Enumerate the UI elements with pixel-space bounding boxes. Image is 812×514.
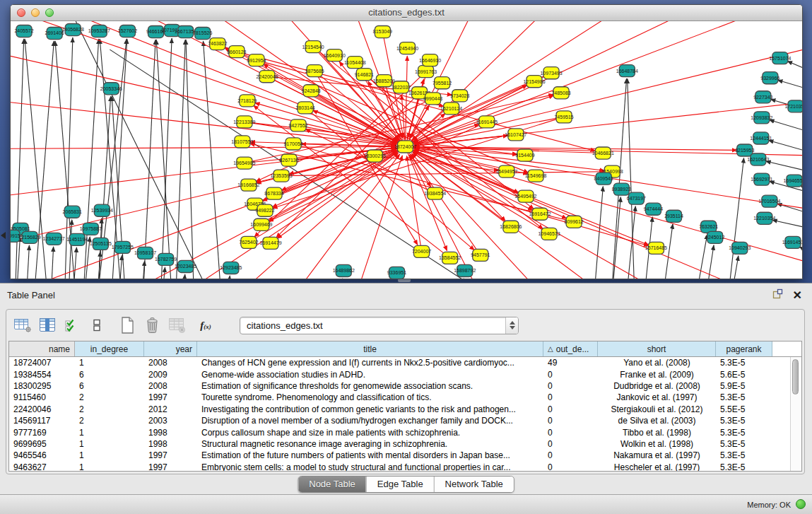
tab-network-table[interactable]: Network Table bbox=[434, 477, 514, 492]
table-cell[interactable]: 2 bbox=[75, 392, 144, 402]
table-cell[interactable]: 0 bbox=[543, 462, 598, 472]
table-cell[interactable]: Estimation of significance thresholds fo… bbox=[197, 381, 543, 391]
table-cell[interactable]: 9699695 bbox=[9, 439, 75, 449]
table-cell[interactable]: Wolkin et al. (1998) bbox=[598, 439, 716, 449]
table-cell[interactable]: 6 bbox=[75, 381, 144, 391]
table-cell[interactable]: 5.5E-5 bbox=[716, 404, 772, 414]
close-button[interactable] bbox=[17, 8, 25, 17]
zoom-button[interactable] bbox=[45, 8, 54, 17]
table-cell[interactable]: 1997 bbox=[144, 450, 197, 460]
table-cell[interactable]: 0 bbox=[543, 370, 598, 380]
table-cell[interactable]: 0 bbox=[543, 404, 598, 414]
table-cell[interactable]: 0 bbox=[543, 381, 598, 391]
table-cell[interactable]: 6 bbox=[75, 370, 144, 380]
row-mode-button[interactable] bbox=[86, 315, 107, 335]
table-cell[interactable]: Yano et al. (2008) bbox=[598, 358, 716, 368]
table-cell[interactable]: 5.9E-5 bbox=[716, 381, 772, 391]
table-row[interactable]: 946362711997Embryonic stem cells: a mode… bbox=[9, 462, 801, 472]
column-header-name[interactable]: name bbox=[9, 341, 75, 356]
table-row[interactable]: 911546021997Tourette syndrome. Phenomeno… bbox=[9, 392, 801, 403]
table-row[interactable]: 2242004622012Investigating the contribut… bbox=[9, 404, 801, 415]
column-header-year[interactable]: year bbox=[144, 341, 197, 356]
table-cell[interactable]: 5.3E-5 bbox=[716, 450, 772, 460]
table-cell[interactable]: 5.3E-5 bbox=[716, 439, 772, 449]
table-cell[interactable]: Tourette syndrome. Phenomenology and cla… bbox=[197, 392, 543, 402]
table-cell[interactable]: Genome-wide association studies in ADHD. bbox=[197, 370, 543, 380]
table-cell[interactable]: 1 bbox=[75, 439, 144, 449]
function-builder-button[interactable]: f(x) bbox=[195, 315, 216, 335]
table-cell[interactable]: 1998 bbox=[144, 428, 197, 438]
table-cell[interactable]: de Silva et al. (2003) bbox=[598, 416, 716, 426]
table-cell[interactable]: Nakamura et al. (1997) bbox=[598, 450, 716, 460]
table-row[interactable]: 969969511998Structural magnetic resonanc… bbox=[9, 438, 801, 450]
table-cell[interactable]: 2009 bbox=[144, 370, 197, 380]
table-cell[interactable]: 1997 bbox=[144, 462, 197, 472]
column-header-pagerank[interactable]: pagerank bbox=[716, 341, 772, 356]
table-cell[interactable]: 18724007 bbox=[9, 358, 75, 368]
table-cell[interactable]: Embryonic stem cells: a model to study s… bbox=[197, 462, 543, 472]
table-cell[interactable]: 9115460 bbox=[9, 392, 75, 402]
left-panel-collapse-arrow-icon[interactable] bbox=[1, 232, 6, 239]
table-cell[interactable]: 18300295 bbox=[9, 381, 75, 391]
table-cell[interactable]: 5.3E-5 bbox=[716, 358, 772, 368]
table-cell[interactable]: 1 bbox=[75, 428, 144, 438]
table-cell[interactable]: 1997 bbox=[144, 392, 197, 402]
table-selector-combobox[interactable]: citations_edges.txt bbox=[240, 317, 519, 334]
table-cell[interactable]: 2012 bbox=[144, 404, 197, 414]
table-cell[interactable]: 22420046 bbox=[9, 404, 75, 414]
scrollbar-thumb[interactable] bbox=[792, 359, 799, 395]
column-header-title[interactable]: title bbox=[197, 341, 543, 356]
table-cell[interactable]: 0 bbox=[543, 392, 598, 402]
close-panel-icon[interactable]: ✕ bbox=[793, 290, 802, 301]
table-cell[interactable]: 5.3E-5 bbox=[716, 462, 772, 472]
table-cell[interactable]: Dudbridge et al. (2008) bbox=[598, 381, 716, 391]
table-row[interactable]: 1456911722003Disruption of a novel membe… bbox=[9, 415, 801, 426]
table-cell[interactable]: Investigating the contribution of common… bbox=[197, 404, 543, 414]
table-cell[interactable]: Franke et al. (2009) bbox=[598, 370, 716, 380]
network-window-titlebar[interactable]: citations_edges.txt bbox=[11, 5, 802, 21]
table-cell[interactable]: Jankovic et al. (1997) bbox=[598, 392, 716, 402]
table-cell[interactable]: 5.3E-5 bbox=[716, 428, 772, 438]
table-cell[interactable]: Estimation of the future numbers of pati… bbox=[197, 450, 543, 460]
column-header-out-de-[interactable]: △out_de... bbox=[543, 341, 598, 356]
float-window-icon[interactable] bbox=[772, 288, 783, 302]
table-cell[interactable]: Disruption of a novel member of a sodium… bbox=[197, 416, 543, 426]
table-cell[interactable]: 2008 bbox=[144, 381, 197, 391]
tab-node-table[interactable]: Node Table bbox=[298, 477, 366, 492]
table-row[interactable]: 946554611997Estimation of the future num… bbox=[9, 450, 801, 461]
network-canvas[interactable]: 1872400718300295193845542242004627181291… bbox=[11, 21, 802, 279]
table-cell[interactable]: 2 bbox=[75, 416, 144, 426]
table-cell[interactable]: 2003 bbox=[144, 416, 197, 426]
table-cell[interactable]: 9463627 bbox=[9, 462, 75, 472]
table-cell[interactable]: 1 bbox=[75, 358, 144, 368]
table-cell[interactable]: 2008 bbox=[144, 358, 197, 368]
table-cell[interactable]: 1 bbox=[75, 450, 144, 460]
table-cell[interactable]: 14569117 bbox=[9, 416, 75, 426]
table-cell[interactable]: 1998 bbox=[144, 439, 197, 449]
table-row[interactable]: 1830029562008Estimation of significance … bbox=[9, 380, 801, 392]
table-cell[interactable]: 1 bbox=[75, 462, 144, 472]
table-cell[interactable]: 9465546 bbox=[9, 450, 75, 460]
table-cell[interactable]: 0 bbox=[543, 428, 598, 438]
table-cell[interactable]: Structural magnetic resonance image aver… bbox=[197, 439, 543, 449]
table-cell[interactable]: Corpus callosum shape and size in male p… bbox=[197, 428, 543, 438]
table-row[interactable]: 1872400712008Changes of HCN gene express… bbox=[9, 357, 801, 368]
memory-status-dot[interactable] bbox=[796, 499, 806, 509]
table-row[interactable]: 977716911998Corpus callosum shape and si… bbox=[9, 426, 801, 438]
table-cell[interactable]: Stergiakouli et al. (2012) bbox=[598, 404, 716, 414]
table-cell[interactable]: 5.6E-5 bbox=[716, 370, 772, 380]
table-cell[interactable]: 0 bbox=[543, 450, 598, 460]
tab-edge-table[interactable]: Edge Table bbox=[366, 477, 434, 492]
show-column-button[interactable] bbox=[37, 315, 58, 335]
new-table-button[interactable] bbox=[117, 315, 138, 335]
table-cell[interactable]: Hescheler et al. (1997) bbox=[598, 462, 716, 472]
table-cell[interactable]: 9777169 bbox=[9, 428, 75, 438]
table-cell[interactable]: Tibbo et al. (1998) bbox=[598, 428, 716, 438]
table-cell[interactable]: 49 bbox=[543, 358, 598, 368]
delete-table-button[interactable] bbox=[141, 315, 163, 335]
select-all-button[interactable] bbox=[61, 315, 83, 335]
table-cell[interactable]: 19384554 bbox=[9, 370, 75, 380]
vertical-scrollbar[interactable] bbox=[790, 357, 801, 471]
table-cell[interactable]: 0 bbox=[543, 439, 598, 449]
minimize-button[interactable] bbox=[31, 8, 40, 17]
